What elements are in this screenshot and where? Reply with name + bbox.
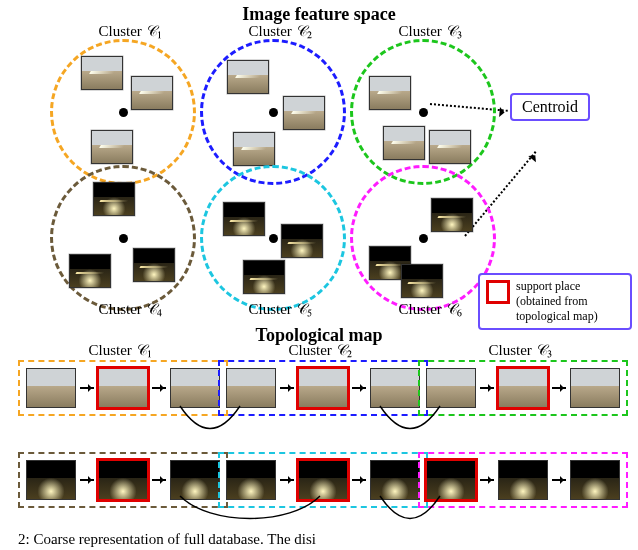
cluster-circle-c1: [50, 39, 196, 185]
legend-swatch: [486, 280, 510, 304]
thumbnail-image: [93, 182, 135, 216]
legend-text: support place (obtained from topological…: [516, 279, 624, 324]
thumbnail-image: [431, 198, 473, 232]
thumbnail-image: [429, 130, 471, 164]
centroid-dot: [269, 234, 278, 243]
cluster-label-c2: Cluster 𝒞₂: [210, 23, 350, 40]
heading-feature-space: Image feature space: [0, 4, 638, 25]
thumbnail-image: [281, 224, 323, 258]
cluster-circle-c3: [350, 39, 496, 185]
figure-caption-fragment: 2: Coarse representation of full databas…: [18, 531, 316, 548]
thumbnail-image: [223, 202, 265, 236]
centroid-dot: [419, 234, 428, 243]
topological-section: Cluster 𝒞₁ Cluster 𝒞₂ Cluster 𝒞₃: [0, 346, 638, 546]
cluster-circle-c6: [350, 165, 496, 311]
centroid-label-box: Centroid: [510, 93, 590, 121]
cluster-circle-c5: [200, 165, 346, 311]
cluster-label-c1: Cluster 𝒞₁: [60, 23, 200, 40]
thumbnail-image: [91, 130, 133, 164]
legend-support-place: support place (obtained from topological…: [478, 273, 632, 330]
thumbnail-image: [401, 264, 443, 298]
cluster-label-c3: Cluster 𝒞₃: [360, 23, 500, 40]
curved-link: [0, 346, 638, 526]
centroid-dot: [419, 108, 428, 117]
centroid-dot: [119, 108, 128, 117]
cluster-circle-c4: [50, 165, 196, 311]
feature-space-section: Cluster 𝒞₁ Cluster 𝒞₂ Cluster 𝒞₃ Centroi…: [0, 25, 638, 315]
thumbnail-image: [383, 126, 425, 160]
thumbnail-image: [133, 248, 175, 282]
thumbnail-image: [131, 76, 173, 110]
thumbnail-image: [69, 254, 111, 288]
thumbnail-image: [233, 132, 275, 166]
cluster-label-c5: Cluster 𝒞₅: [210, 301, 350, 318]
centroid-dot: [269, 108, 278, 117]
thumbnail-image: [283, 96, 325, 130]
cluster-label-c4: Cluster 𝒞₄: [60, 301, 200, 318]
centroid-dot: [119, 234, 128, 243]
thumbnail-image: [369, 76, 411, 110]
thumbnail-image: [81, 56, 123, 90]
cluster-circle-c2: [200, 39, 346, 185]
thumbnail-image: [243, 260, 285, 294]
thumbnail-image: [227, 60, 269, 94]
